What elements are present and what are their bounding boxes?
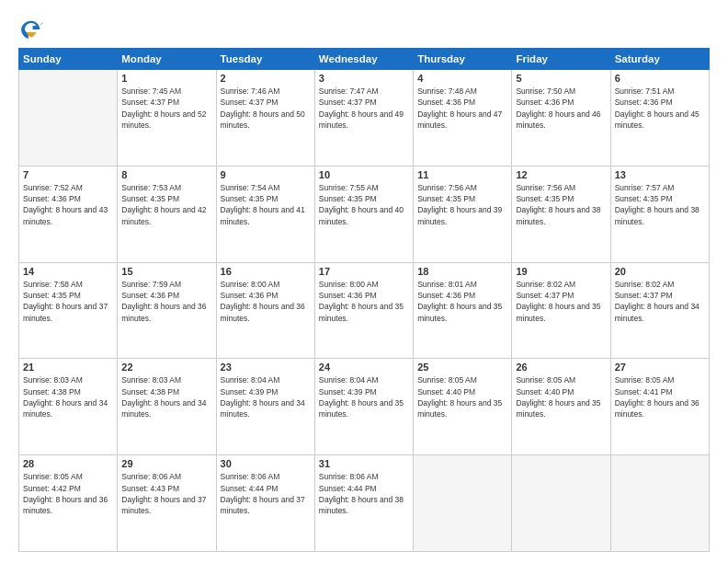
calendar-table: SundayMondayTuesdayWednesdayThursdayFrid… xyxy=(18,48,710,552)
day-info: Sunrise: 7:56 AMSunset: 4:35 PMDaylight:… xyxy=(417,182,507,227)
logo-icon xyxy=(18,17,44,42)
day-info: Sunrise: 7:54 AMSunset: 4:35 PMDaylight:… xyxy=(221,182,311,227)
day-number: 5 xyxy=(516,73,606,84)
page: SundayMondayTuesdayWednesdayThursdayFrid… xyxy=(0,0,728,563)
day-number: 28 xyxy=(23,458,113,469)
day-info: Sunrise: 8:03 AMSunset: 4:38 PMDaylight:… xyxy=(23,374,113,419)
day-number: 14 xyxy=(23,266,113,277)
calendar-week-row: 7Sunrise: 7:52 AMSunset: 4:36 PMDaylight… xyxy=(19,166,710,262)
day-info: Sunrise: 8:05 AMSunset: 4:42 PMDaylight:… xyxy=(23,471,113,516)
day-number: 18 xyxy=(417,266,507,277)
calendar-cell xyxy=(414,455,512,552)
day-number: 2 xyxy=(221,73,311,84)
weekday-header: Thursday xyxy=(414,49,512,70)
day-info: Sunrise: 8:05 AMSunset: 4:40 PMDaylight:… xyxy=(516,374,606,419)
day-number: 27 xyxy=(615,362,705,373)
calendar-week-row: 28Sunrise: 8:05 AMSunset: 4:42 PMDayligh… xyxy=(19,455,710,552)
day-info: Sunrise: 7:55 AMSunset: 4:35 PMDaylight:… xyxy=(319,182,409,227)
calendar-cell: 16Sunrise: 8:00 AMSunset: 4:36 PMDayligh… xyxy=(216,262,314,359)
weekday-header: Friday xyxy=(512,49,610,70)
calendar-cell: 2Sunrise: 7:46 AMSunset: 4:37 PMDaylight… xyxy=(216,70,314,167)
day-number: 17 xyxy=(319,266,409,277)
calendar-cell: 23Sunrise: 8:04 AMSunset: 4:39 PMDayligh… xyxy=(216,359,314,455)
day-info: Sunrise: 7:52 AMSunset: 4:36 PMDaylight:… xyxy=(23,182,113,227)
day-info: Sunrise: 7:46 AMSunset: 4:37 PMDaylight:… xyxy=(221,86,311,131)
calendar-cell: 17Sunrise: 8:00 AMSunset: 4:36 PMDayligh… xyxy=(314,262,413,359)
calendar-week-row: 14Sunrise: 7:58 AMSunset: 4:35 PMDayligh… xyxy=(19,262,710,359)
day-info: Sunrise: 8:06 AMSunset: 4:44 PMDaylight:… xyxy=(319,471,409,516)
day-number: 12 xyxy=(516,169,606,180)
day-number: 23 xyxy=(221,362,311,373)
day-info: Sunrise: 7:50 AMSunset: 4:36 PMDaylight:… xyxy=(516,86,606,131)
day-number: 16 xyxy=(221,266,311,277)
day-info: Sunrise: 8:04 AMSunset: 4:39 PMDaylight:… xyxy=(221,374,311,419)
day-info: Sunrise: 7:48 AMSunset: 4:36 PMDaylight:… xyxy=(417,86,507,131)
day-number: 31 xyxy=(319,458,409,469)
weekday-header: Tuesday xyxy=(216,49,314,70)
calendar-cell: 28Sunrise: 8:05 AMSunset: 4:42 PMDayligh… xyxy=(19,455,118,552)
calendar-cell: 29Sunrise: 8:06 AMSunset: 4:43 PMDayligh… xyxy=(118,455,216,552)
weekday-header: Sunday xyxy=(19,49,118,70)
calendar-cell: 15Sunrise: 7:59 AMSunset: 4:36 PMDayligh… xyxy=(118,262,216,359)
day-number: 30 xyxy=(221,458,311,469)
calendar-cell: 19Sunrise: 8:02 AMSunset: 4:37 PMDayligh… xyxy=(512,262,610,359)
day-info: Sunrise: 8:05 AMSunset: 4:41 PMDaylight:… xyxy=(615,374,705,419)
calendar-cell xyxy=(610,455,709,552)
day-number: 24 xyxy=(319,362,409,373)
calendar-cell: 21Sunrise: 8:03 AMSunset: 4:38 PMDayligh… xyxy=(19,359,118,455)
calendar-cell: 18Sunrise: 8:01 AMSunset: 4:36 PMDayligh… xyxy=(414,262,512,359)
weekday-header: Wednesday xyxy=(314,49,413,70)
calendar-week-row: 1Sunrise: 7:45 AMSunset: 4:37 PMDaylight… xyxy=(19,70,710,167)
day-number: 4 xyxy=(417,73,507,84)
calendar-cell: 22Sunrise: 8:03 AMSunset: 4:38 PMDayligh… xyxy=(118,359,216,455)
logo xyxy=(18,17,48,42)
calendar-cell: 31Sunrise: 8:06 AMSunset: 4:44 PMDayligh… xyxy=(314,455,413,552)
calendar-cell: 1Sunrise: 7:45 AMSunset: 4:37 PMDaylight… xyxy=(118,70,216,167)
day-number: 15 xyxy=(121,266,211,277)
calendar-cell: 10Sunrise: 7:55 AMSunset: 4:35 PMDayligh… xyxy=(314,166,413,262)
calendar-cell: 26Sunrise: 8:05 AMSunset: 4:40 PMDayligh… xyxy=(512,359,610,455)
day-info: Sunrise: 8:00 AMSunset: 4:36 PMDaylight:… xyxy=(221,279,311,324)
day-number: 6 xyxy=(615,73,705,84)
day-number: 9 xyxy=(221,169,311,180)
day-number: 20 xyxy=(615,266,705,277)
calendar-cell: 13Sunrise: 7:57 AMSunset: 4:35 PMDayligh… xyxy=(610,166,709,262)
calendar-cell: 11Sunrise: 7:56 AMSunset: 4:35 PMDayligh… xyxy=(414,166,512,262)
day-info: Sunrise: 8:05 AMSunset: 4:40 PMDaylight:… xyxy=(417,374,507,419)
day-info: Sunrise: 8:06 AMSunset: 4:43 PMDaylight:… xyxy=(121,471,211,516)
calendar-cell: 7Sunrise: 7:52 AMSunset: 4:36 PMDaylight… xyxy=(19,166,118,262)
calendar-cell: 20Sunrise: 8:02 AMSunset: 4:37 PMDayligh… xyxy=(610,262,709,359)
day-info: Sunrise: 7:58 AMSunset: 4:35 PMDaylight:… xyxy=(23,279,113,324)
day-info: Sunrise: 8:04 AMSunset: 4:39 PMDaylight:… xyxy=(319,374,409,419)
day-info: Sunrise: 8:01 AMSunset: 4:36 PMDaylight:… xyxy=(417,279,507,324)
calendar-cell: 12Sunrise: 7:56 AMSunset: 4:35 PMDayligh… xyxy=(512,166,610,262)
day-number: 21 xyxy=(23,362,113,373)
day-info: Sunrise: 8:00 AMSunset: 4:36 PMDaylight:… xyxy=(319,279,409,324)
calendar-cell xyxy=(512,455,610,552)
calendar-cell xyxy=(19,70,118,167)
day-number: 25 xyxy=(417,362,507,373)
day-number: 11 xyxy=(417,169,507,180)
day-info: Sunrise: 7:59 AMSunset: 4:36 PMDaylight:… xyxy=(121,279,211,324)
day-info: Sunrise: 7:57 AMSunset: 4:35 PMDaylight:… xyxy=(615,182,705,227)
calendar-cell: 3Sunrise: 7:47 AMSunset: 4:37 PMDaylight… xyxy=(314,70,413,167)
calendar-cell: 5Sunrise: 7:50 AMSunset: 4:36 PMDaylight… xyxy=(512,70,610,167)
day-number: 22 xyxy=(121,362,211,373)
day-info: Sunrise: 8:02 AMSunset: 4:37 PMDaylight:… xyxy=(516,279,606,324)
day-info: Sunrise: 8:06 AMSunset: 4:44 PMDaylight:… xyxy=(221,471,311,516)
day-info: Sunrise: 7:45 AMSunset: 4:37 PMDaylight:… xyxy=(121,86,211,131)
day-info: Sunrise: 8:03 AMSunset: 4:38 PMDaylight:… xyxy=(121,374,211,419)
day-number: 19 xyxy=(516,266,606,277)
day-number: 13 xyxy=(615,169,705,180)
day-info: Sunrise: 7:51 AMSunset: 4:36 PMDaylight:… xyxy=(615,86,705,131)
calendar-cell: 4Sunrise: 7:48 AMSunset: 4:36 PMDaylight… xyxy=(414,70,512,167)
calendar-cell: 30Sunrise: 8:06 AMSunset: 4:44 PMDayligh… xyxy=(216,455,314,552)
calendar-cell: 24Sunrise: 8:04 AMSunset: 4:39 PMDayligh… xyxy=(314,359,413,455)
day-number: 1 xyxy=(121,73,211,84)
day-info: Sunrise: 7:47 AMSunset: 4:37 PMDaylight:… xyxy=(319,86,409,131)
calendar-cell: 27Sunrise: 8:05 AMSunset: 4:41 PMDayligh… xyxy=(610,359,709,455)
day-number: 10 xyxy=(319,169,409,180)
calendar-cell: 8Sunrise: 7:53 AMSunset: 4:35 PMDaylight… xyxy=(118,166,216,262)
header xyxy=(18,17,710,42)
day-info: Sunrise: 8:02 AMSunset: 4:37 PMDaylight:… xyxy=(615,279,705,324)
